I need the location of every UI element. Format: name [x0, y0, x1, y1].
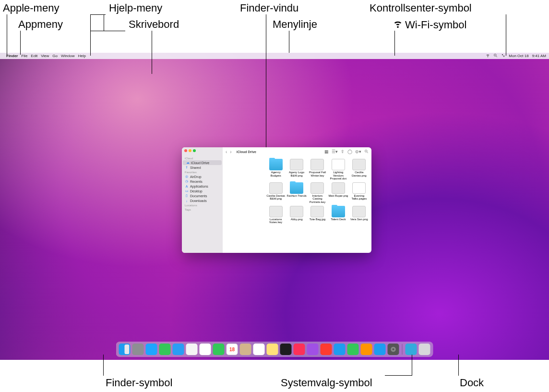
finder-sidebar: iCloud☁iCloud Drive⇧SharedFavorites◎AirD… — [182, 147, 223, 253]
dock-launchpad[interactable] — [132, 344, 144, 355]
menu-help[interactable]: Help — [78, 54, 85, 58]
wifi-icon — [393, 18, 403, 31]
sidebar-item-applications[interactable]: AApplications — [182, 184, 223, 189]
dock-trash[interactable] — [419, 344, 430, 355]
file-item[interactable]: Cecilia Dantas.png — [349, 159, 370, 180]
nav-back-button[interactable]: ‹ — [226, 149, 227, 154]
image-icon — [352, 159, 366, 170]
menu-edit[interactable]: Edit — [31, 54, 37, 58]
sidebar-item-label: Shared — [190, 166, 201, 169]
file-item[interactable]: Talent Deck — [328, 206, 348, 224]
dock-keynote[interactable] — [334, 344, 346, 355]
file-item[interactable]: Matt Roper.png — [328, 182, 348, 204]
callout-apple-menu: Apple-meny — [3, 2, 59, 14]
sidebar-header: Tags — [182, 207, 223, 212]
download-icon: ↓ — [185, 199, 189, 202]
menu-go[interactable]: Go — [52, 54, 58, 58]
file-item[interactable]: Vera San.png — [349, 206, 370, 224]
svg-point-3 — [503, 56, 504, 57]
image-icon — [269, 182, 283, 194]
dock-numbers[interactable] — [347, 344, 359, 355]
file-item[interactable]: Interiors Casting Portraits.key — [307, 182, 328, 204]
spotlight-icon[interactable] — [493, 53, 498, 59]
file-label: Matt Roper.png — [328, 194, 348, 198]
finder-window[interactable]: iCloud☁iCloud Drive⇧SharedFavorites◎AirD… — [182, 147, 371, 253]
callout-dock: Dock — [460, 377, 484, 389]
menu-file[interactable]: File — [21, 54, 27, 58]
sidebar-item-icloud-drive[interactable]: ☁iCloud Drive — [183, 160, 222, 165]
file-item[interactable]: Agency Budgets — [265, 159, 286, 180]
dock-tv[interactable] — [280, 344, 292, 355]
file-item[interactable]: Evening Talks.pages — [349, 182, 370, 204]
sidebar-item-desktop[interactable]: ▭Desktop — [182, 189, 223, 193]
dock-notes[interactable] — [267, 344, 278, 355]
dock-system-preferences[interactable] — [388, 344, 399, 355]
dock-pages[interactable] — [361, 344, 372, 355]
image-icon — [310, 182, 324, 194]
dock-podcasts[interactable] — [307, 344, 319, 355]
dock-finder[interactable] — [119, 344, 131, 355]
sidebar-item-airdrop[interactable]: ◎AirDrop — [182, 174, 223, 179]
close-button[interactable] — [184, 149, 187, 152]
dock-safari[interactable] — [146, 344, 157, 355]
file-item[interactable]: Fashion Trends — [286, 182, 307, 204]
wifi-status-icon[interactable] — [486, 53, 490, 59]
doc-icon — [352, 182, 366, 194]
callout-help-menu: Hjelp-meny — [109, 2, 162, 14]
menu-window[interactable]: Window — [61, 54, 74, 58]
share-button[interactable]: ⇧ — [341, 149, 345, 154]
file-item[interactable]: Abby.png — [286, 206, 307, 224]
cloud-icon: ☁ — [186, 161, 190, 165]
svg-line-1 — [496, 56, 497, 57]
apps-icon: A — [185, 184, 189, 188]
fullscreen-button[interactable] — [193, 149, 196, 152]
dock-facetime[interactable] — [213, 344, 225, 355]
file-item[interactable]: Tote Bag.jpg — [307, 206, 328, 224]
file-item[interactable]: Cecilia Dantas B&W.png — [265, 182, 286, 204]
app-menu[interactable]: Finder — [6, 54, 18, 58]
tags-button[interactable]: ◯ — [347, 149, 352, 154]
action-button[interactable]: ⊝▾ — [355, 149, 361, 154]
dock-downloads[interactable] — [406, 344, 417, 355]
svg-line-5 — [367, 152, 368, 153]
dock-messages[interactable] — [159, 344, 171, 355]
doc-icon: ▯ — [185, 194, 189, 198]
dock-photos[interactable] — [200, 344, 211, 355]
menubar-date[interactable]: Mon Oct 18 — [509, 54, 528, 58]
menubar-time[interactable]: 9:41 AM — [532, 54, 546, 58]
file-item[interactable]: Lighting Vendors Proposal.doc — [328, 159, 348, 180]
group-button[interactable]: ☰▾ — [332, 149, 338, 154]
view-icons-button[interactable]: ▦ — [324, 149, 329, 154]
file-item[interactable]: Proposal Fall Winter.key — [307, 159, 328, 180]
dock-music[interactable] — [294, 344, 305, 355]
nav-forward-button[interactable]: › — [230, 149, 231, 154]
dock-calendar[interactable]: 18 — [227, 344, 238, 355]
dock-contacts[interactable] — [240, 344, 251, 355]
menu-view[interactable]: View — [41, 54, 49, 58]
dock-app-store[interactable] — [374, 344, 386, 355]
sidebar-item-documents[interactable]: ▯Documents — [182, 193, 223, 198]
image-icon — [352, 206, 366, 217]
control-center-icon[interactable] — [501, 53, 505, 59]
sidebar-item-label: Desktop — [190, 190, 203, 193]
callout-desktop: Skrivebord — [129, 18, 179, 31]
sidebar-item-recents[interactable]: ◷Recents — [182, 179, 223, 184]
minimize-button[interactable] — [189, 149, 191, 152]
dock-maps[interactable] — [186, 344, 198, 355]
file-label: Locations Notes.key — [265, 218, 286, 224]
dock-news[interactable] — [321, 344, 332, 355]
dock-reminders[interactable] — [253, 344, 265, 355]
file-label: Proposal Fall Winter.key — [307, 171, 328, 177]
svg-point-9 — [393, 348, 394, 350]
file-item[interactable]: Ageny Logo B&W.png — [286, 159, 307, 180]
sidebar-item-downloads[interactable]: ↓Downloads — [182, 198, 223, 203]
dock-mail[interactable] — [173, 344, 184, 355]
callout-menubar: Menylinje — [273, 18, 317, 31]
desktop-background: Finder File Edit View Go Window Help Mon… — [0, 53, 549, 360]
search-button[interactable] — [364, 149, 369, 154]
file-label: Fashion Trends — [286, 194, 306, 198]
file-item[interactable]: Locations Notes.key — [265, 206, 286, 224]
sidebar-item-label: Downloads — [190, 199, 207, 202]
sidebar-item-shared[interactable]: ⇧Shared — [182, 165, 223, 170]
callout-finder-window: Finder-vindu — [240, 2, 298, 14]
